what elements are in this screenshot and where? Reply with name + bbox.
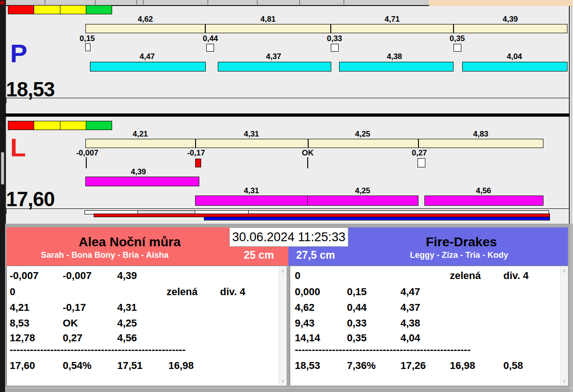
p-change-label: 0,44 (203, 34, 218, 43)
l-change-mark-tick (86, 157, 87, 168)
lane-divider (5, 113, 570, 117)
p-leg-bar (462, 62, 567, 71)
left-results-scrollbar[interactable]: ∧ ∨ (279, 267, 286, 385)
l-split-bar (85, 139, 543, 148)
l-first-leg-label: 4,39 (131, 167, 146, 177)
p-track-tick (6, 98, 6, 103)
l-leg-bar (424, 196, 543, 206)
l-first-leg-bar (85, 177, 199, 186)
p-split-label: 4,39 (502, 15, 518, 24)
l-change-mark-tick (307, 157, 308, 168)
p-split-label: 4,81 (260, 15, 275, 24)
scroll-down-icon[interactable]: ∨ (279, 378, 286, 384)
l-split-label: 4,25 (355, 130, 370, 139)
p-leg-label: 4,04 (507, 52, 522, 61)
result-total-cell: 16,98 (168, 360, 194, 372)
result-cell: zelená (167, 286, 197, 298)
p-split-label: 4,62 (137, 15, 153, 24)
right-results-scrollbar[interactable]: ∧ ∨ (560, 267, 567, 385)
result-cell: zelená (450, 270, 481, 282)
result-total-cell: 17,26 (400, 360, 426, 372)
l-leg-bar (307, 196, 418, 206)
scale-yellow-segment (60, 121, 86, 130)
scale-yellow-segment (34, 6, 60, 14)
p-change-mark-box (206, 44, 214, 52)
result-cell: 0,000 (295, 286, 320, 298)
scale-green-segment (86, 121, 112, 130)
right-team-jump-height: 27,5 cm (288, 249, 343, 261)
toolbar-tick (143, 0, 143, 5)
result-cell: 8,53 (10, 317, 30, 329)
l-leg-label: 4,25 (355, 186, 370, 196)
scroll-up-icon[interactable]: ∧ (561, 267, 568, 274)
result-cell: 4,47 (400, 286, 420, 298)
result-cell: OK (63, 317, 78, 329)
result-cell: 4,38 (400, 317, 420, 329)
datetime-display: 30.06.2024 11:25:33 (229, 227, 348, 247)
background-scrollbar-thumb[interactable] (1, 152, 4, 184)
result-cell: 4,37 (400, 302, 420, 314)
toolbar-tick (344, 0, 344, 5)
l-change-mark-fault (195, 159, 201, 167)
result-total-cell: 0,58 (503, 360, 523, 372)
left-results-panel[interactable]: -0,007 -0,007 4,39 0 zelená div. 4 4,21 … (6, 266, 286, 386)
right-team-dogs: Leggy - Zíza - Tria - Kody (348, 250, 570, 260)
result-cell: 0,44 (347, 302, 367, 314)
results-separator: ----------------------------------------… (295, 344, 471, 356)
p-change-mark-box (331, 44, 339, 52)
toolbar-tick (137, 0, 137, 5)
right-results-panel[interactable]: 0 zelená div. 4 0,000 0,15 4,47 4,62 0,4… (290, 266, 568, 386)
result-total-cell: 0,54% (63, 360, 91, 372)
result-cell: div. 4 (220, 286, 245, 298)
toolbar-tick (95, 0, 96, 5)
l-leg-label: 4,31 (244, 186, 259, 196)
result-cell: 4,31 (117, 302, 137, 314)
split-divider (453, 24, 454, 33)
result-cell: 0 (295, 270, 300, 282)
p-change-mark-box (454, 44, 461, 52)
result-total-cell: 7,36% (347, 360, 376, 372)
l-change-label: -0,007 (76, 148, 98, 158)
l-change-label: 0,27 (412, 148, 427, 158)
p-leg-bar (339, 62, 454, 71)
p-split-label: 4,71 (384, 15, 400, 24)
toolbar-tick (299, 0, 300, 5)
result-cell: 12,78 (10, 332, 35, 344)
p-leg-label: 4,47 (139, 52, 155, 61)
result-cell: div. 4 (503, 270, 529, 282)
scale-yellow-segment (60, 6, 86, 14)
result-cell: 4,62 (295, 302, 315, 314)
left-team-jump-height: 25 cm (229, 249, 288, 261)
p-traffic-light-scale (8, 5, 112, 14)
l-change-label: OK (302, 148, 314, 158)
p-leg-label: 4,37 (266, 52, 281, 61)
l-lane-total-time: 17,60 (6, 189, 54, 209)
split-divider (205, 24, 206, 33)
scale-yellow-segment (34, 121, 60, 130)
background-window-corner (429, 0, 573, 6)
l-split-label: 4,31 (244, 130, 259, 139)
left-team-dogs: Sarah - Bona Bony - Bria - Aisha (7, 250, 202, 260)
scale-green-segment (86, 6, 112, 14)
scroll-up-icon[interactable]: ∧ (279, 267, 286, 274)
result-cell: -0,007 (10, 270, 38, 282)
scoreboard-bottom-line (5, 388, 573, 388)
scroll-down-icon[interactable]: ∨ (561, 378, 568, 384)
result-cell: 4,21 (10, 302, 30, 314)
scale-red-segment (8, 121, 34, 130)
background-window-red-icon (0, 1, 4, 5)
result-cell: 4,39 (117, 270, 137, 282)
result-cell: 0,27 (63, 332, 83, 344)
p-split-bar (85, 24, 567, 33)
l-split-label: 4,83 (473, 130, 488, 139)
left-team-name: Alea Noční můra (7, 235, 252, 249)
result-cell: 0,15 (347, 286, 367, 298)
split-divider (195, 139, 196, 148)
l-track-border (6, 208, 569, 209)
l-traffic-light-scale (8, 121, 112, 130)
l-change-label: -0,17 (187, 148, 205, 158)
p-change-label: 0,15 (79, 34, 95, 43)
l-split-label: 4,21 (132, 130, 148, 139)
result-total-cell: 18,53 (295, 360, 320, 372)
result-cell: -0,007 (63, 270, 91, 282)
